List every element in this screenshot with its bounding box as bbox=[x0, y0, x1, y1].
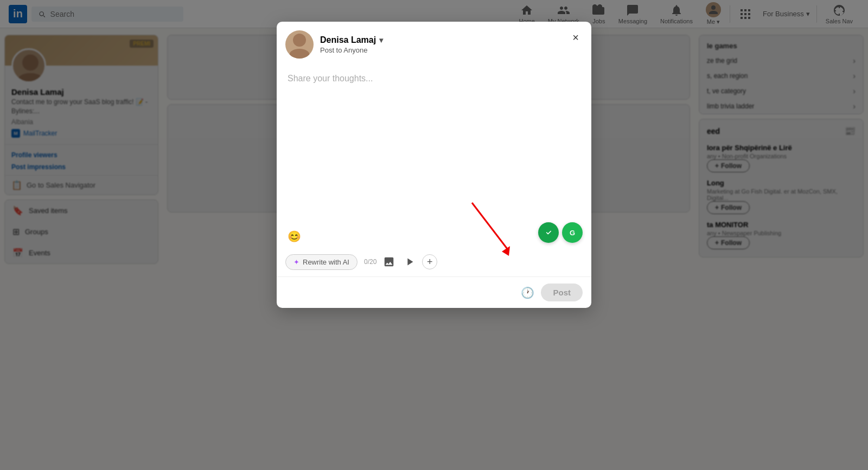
grammarly-go-badge: G bbox=[562, 222, 583, 243]
svg-point-11 bbox=[293, 34, 306, 47]
emoji-button[interactable]: 😊 bbox=[285, 228, 303, 245]
more-options-button[interactable]: + bbox=[422, 254, 437, 269]
create-post-modal: Denisa Lamaj ▾ Post to Anyone × Share yo… bbox=[277, 22, 591, 308]
add-video-button[interactable] bbox=[401, 254, 418, 270]
modal-user-info: Denisa Lamaj ▾ Post to Anyone bbox=[320, 35, 383, 54]
modal-post-to: Post to Anyone bbox=[320, 46, 383, 54]
modal-textarea-area[interactable]: Share your thoughts... bbox=[277, 65, 591, 228]
modal-footer: 🕐 Post bbox=[277, 276, 591, 308]
sparkle-icon: ✦ bbox=[293, 258, 299, 266]
modal-overlay[interactable]: Denisa Lamaj ▾ Post to Anyone × Share yo… bbox=[0, 0, 868, 470]
svg-point-12 bbox=[544, 228, 553, 237]
rewrite-ai-button[interactable]: ✦ Rewrite with AI bbox=[285, 254, 358, 270]
modal-user-name-row: Denisa Lamaj ▾ bbox=[320, 35, 383, 45]
red-arrow-annotation bbox=[467, 197, 515, 265]
dropdown-arrow-icon[interactable]: ▾ bbox=[379, 36, 383, 44]
extension-badges: G bbox=[538, 222, 583, 243]
grammarly-badge bbox=[538, 222, 559, 243]
post-button[interactable]: Post bbox=[541, 284, 583, 301]
post-placeholder: Share your thoughts... bbox=[288, 74, 373, 83]
add-photo-button[interactable] bbox=[381, 254, 397, 270]
modal-header: Denisa Lamaj ▾ Post to Anyone × bbox=[277, 22, 591, 65]
svg-line-13 bbox=[472, 203, 507, 249]
modal-close-button[interactable]: × bbox=[567, 29, 584, 46]
schedule-icon[interactable]: 🕐 bbox=[521, 286, 534, 299]
modal-toolbar: ✦ Rewrite with AI 0/20 + bbox=[277, 249, 591, 276]
char-count: 0/20 bbox=[364, 258, 376, 266]
modal-user-avatar bbox=[285, 30, 314, 59]
